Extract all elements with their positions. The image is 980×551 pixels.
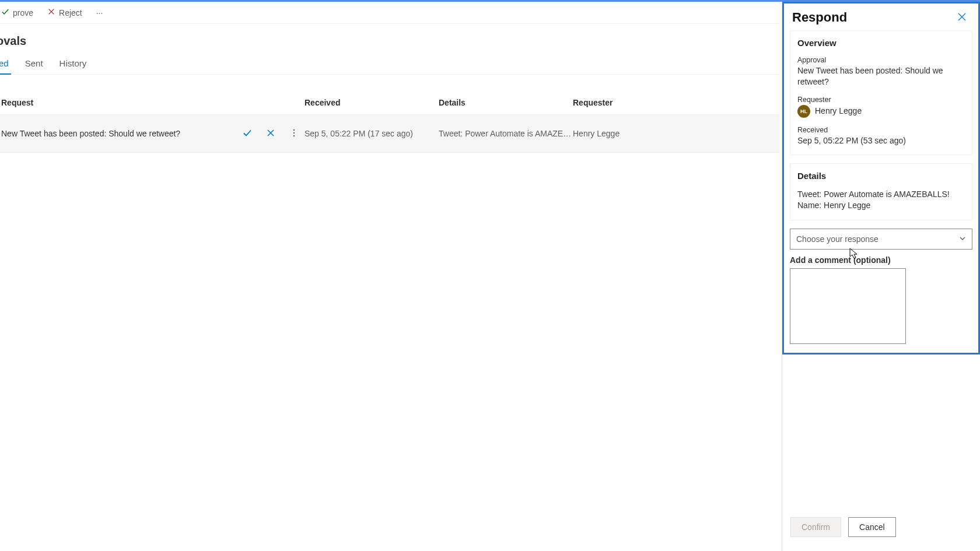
requester-label: Requester [797,96,965,104]
ellipsis-icon: ··· [96,8,103,17]
action-toolbar: prove Reject ··· [0,2,779,24]
received-label: Received [797,126,965,134]
chevron-down-icon [959,234,966,244]
svg-point-0 [293,129,295,130]
table-header-row: Request Received Details Requester [0,75,779,115]
approval-label: Approval [797,56,965,64]
svg-point-2 [293,135,295,136]
requester-row: HL Henry Legge [797,105,965,118]
col-header-requester[interactable]: Requester [573,98,775,107]
checkmark-icon [1,8,9,17]
checkmark-icon [243,128,252,139]
respond-panel: Respond Overview Approval New Tweet has … [782,2,980,551]
received-value: Sep 5, 05:22 PM (53 sec ago) [797,135,965,146]
tabs-nav: ed Sent History [0,54,779,75]
more-actions[interactable]: ··· [92,6,108,20]
table-row[interactable]: New Tweet has been posted: Should we ret… [0,115,779,153]
overview-card: Overview Approval New Tweet has been pos… [790,30,972,155]
panel-footer: Confirm Cancel [782,509,980,551]
row-reject-button[interactable] [260,124,281,143]
comment-label: Add a comment (optional) [790,255,972,265]
close-panel-button[interactable] [954,9,970,26]
overview-heading: Overview [797,38,965,48]
svg-point-1 [293,132,295,133]
reject-label: Reject [59,8,82,17]
details-body: Tweet: Power Automate is AMAZEBALLS! Nam… [797,189,965,212]
response-dropdown[interactable]: Choose your response [790,229,972,250]
approval-value: New Tweet has been posted: Should we ret… [797,65,965,87]
details-card: Details Tweet: Power Automate is AMAZEBA… [790,163,972,220]
panel-highlight-box: Respond Overview Approval New Tweet has … [782,2,980,355]
approve-action[interactable]: prove [0,5,38,20]
row-more-button[interactable] [284,124,304,143]
details-heading: Details [797,171,965,181]
row-requester-cell: Henry Legge [573,129,775,138]
panel-header: Respond [784,3,978,30]
details-line2: Name: Henry Legge [797,200,965,212]
col-header-received[interactable]: Received [304,98,439,107]
row-received-cell: Sep 5, 05:22 PM (17 sec ago) [304,129,439,138]
row-request-text: New Tweet has been posted: Should we ret… [1,129,235,138]
tab-history[interactable]: History [58,54,88,74]
col-header-details[interactable]: Details [439,98,573,107]
avatar: HL [797,105,810,118]
x-icon [266,128,275,139]
col-header-request[interactable]: Request [1,98,304,107]
requester-name: Henry Legge [815,106,862,117]
vertical-ellipsis-icon [289,128,299,139]
confirm-button[interactable]: Confirm [790,517,841,537]
tab-sent[interactable]: Sent [24,54,44,74]
page-title: ovals [0,24,779,54]
reject-action[interactable]: Reject [43,5,87,20]
panel-title: Respond [792,10,847,25]
main-content: prove Reject ··· ovals ed Sent History R… [0,2,782,551]
response-placeholder: Choose your response [796,234,878,244]
cancel-button[interactable]: Cancel [848,517,896,537]
close-icon [957,12,967,23]
row-request-cell: New Tweet has been posted: Should we ret… [1,124,304,143]
row-details-cell: Tweet: Power Automate is AMAZEBA... [439,129,573,138]
approve-label: prove [13,8,33,17]
details-line1: Tweet: Power Automate is AMAZEBALLS! [797,189,965,201]
comment-input[interactable] [790,268,906,344]
tab-received[interactable]: ed [0,54,10,74]
row-approve-button[interactable] [237,124,258,143]
x-icon [47,8,55,17]
